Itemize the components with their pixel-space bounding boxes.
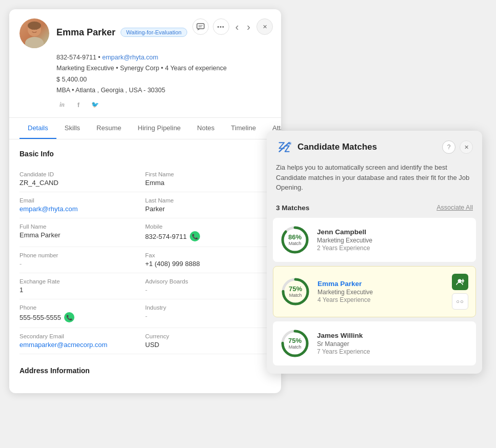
edu-location-row: MBA • Atlanta , Georgia , USA - 30305: [56, 85, 271, 96]
email-field: Email empark@rhyta.com: [19, 192, 145, 218]
match-item-emma: 75% Match Emma Parker Marketing Executiv…: [273, 266, 476, 317]
svg-rect-5: [197, 24, 204, 29]
tab-hiring-pipeline[interactable]: Hiring Pipeline: [130, 118, 189, 139]
prev-btn[interactable]: ‹: [233, 19, 241, 35]
matches-count-row: 3 Matches Associate All: [267, 200, 482, 216]
match-exp-james: 7 Years Experience: [317, 348, 469, 355]
tab-skills[interactable]: Skills: [56, 118, 88, 139]
match-role-james: Sr Manager: [317, 340, 469, 348]
matches-description: Zia helps you to automatically screen an…: [267, 162, 482, 200]
phone-field: Phone 555-555-5555 📞: [19, 299, 145, 328]
match-circle-jenn: 86% Match: [280, 225, 310, 255]
svg-point-1: [26, 38, 43, 48]
facebook-icon[interactable]: f: [73, 99, 84, 110]
phone-icon[interactable]: 📞: [64, 312, 74, 322]
email-link[interactable]: empark@rhyta.com: [102, 54, 158, 61]
candidate-id-field: Candidate ID ZR_4_CAND: [19, 166, 145, 192]
match-circle-james: 75% Match: [280, 329, 310, 358]
matches-panel: Candidate Matches ? ✕ Zia helps you to a…: [267, 131, 482, 374]
match-info-jenn: Jenn Campbell Marketing Executive 2 Year…: [317, 228, 469, 252]
candidate-name: Emma Parker: [56, 27, 115, 38]
tabs-bar: Details Skills Resume Hiring Pipeline No…: [9, 118, 281, 139]
currency-field: Currency USD: [145, 328, 271, 354]
match-item-james: 75% Match James Willink Sr Manager 7 Yea…: [273, 321, 476, 365]
next-btn[interactable]: ›: [245, 19, 252, 35]
mobile-field: Mobile 832-574-9711 📞: [145, 218, 271, 247]
match-item-jenn: 86% Match Jenn Campbell Marketing Execut…: [273, 218, 476, 262]
secondary-email-field: Secondary Email emmaparker@acmecorp.com: [19, 328, 145, 354]
match-exp-emma: 4 Years Experience: [318, 296, 445, 303]
match-info-emma: Emma Parker Marketing Executive 4 Years …: [318, 280, 445, 303]
matches-list: 86% Match Jenn Campbell Marketing Execut…: [267, 216, 482, 374]
matches-title: Candidate Matches: [297, 142, 377, 152]
twitter-icon[interactable]: 🐦: [89, 99, 101, 110]
phone-email-row: 832-574-9711 • empark@rhyta.com: [56, 52, 271, 63]
match-actions-emma: ○○: [452, 274, 468, 310]
matches-count: 3 Matches: [276, 204, 309, 212]
matches-title-row: Candidate Matches: [276, 139, 377, 155]
match-name-james: James Willink: [317, 332, 469, 339]
fax-field: Fax +1 (408) 999 8888: [145, 247, 271, 273]
match-name-emma[interactable]: Emma Parker: [318, 280, 445, 288]
last-name-field: Last Name Parker: [145, 192, 271, 218]
tab-details[interactable]: Details: [19, 118, 56, 139]
address-title: Address Information: [19, 366, 271, 375]
phone-with-icon: 555-555-5555 📞: [19, 312, 145, 322]
svg-point-9: [289, 142, 291, 144]
social-icons: in f 🐦: [56, 99, 271, 110]
match-role-jenn: Marketing Executive: [317, 237, 469, 244]
address-section: Address Information: [19, 358, 271, 375]
match-name-jenn: Jenn Campbell: [317, 228, 469, 236]
message-icon-btn[interactable]: [192, 18, 209, 35]
basic-info-title: Basic Info: [19, 150, 271, 158]
svg-point-4: [28, 22, 41, 30]
close-btn[interactable]: ✕: [256, 18, 273, 35]
tab-notes[interactable]: Notes: [189, 118, 223, 139]
tab-timeline[interactable]: Timeline: [223, 118, 264, 139]
card-header: Emma Parker Waiting-for-Evaluation 832-5…: [9, 9, 281, 118]
zia-logo: [276, 139, 292, 155]
card-content: Basic Info Candidate ID ZR_4_CAND First …: [9, 139, 281, 393]
title-company-row: Marketing Executive • Synergy Corp • 4 Y…: [56, 63, 271, 74]
basic-info-grid: Candidate ID ZR_4_CAND First Name Emma E…: [19, 166, 271, 354]
first-name-field: First Name Emma: [145, 166, 271, 192]
more-options-btn[interactable]: •••: [213, 18, 229, 35]
phone-number-field: Phone number -: [19, 247, 145, 273]
mobile-phone-icon[interactable]: 📞: [190, 231, 200, 241]
add-candidate-btn-emma[interactable]: [452, 274, 468, 290]
matches-header-actions: ? ✕: [442, 140, 473, 154]
match-info-james: James Willink Sr Manager 7 Years Experie…: [317, 332, 469, 355]
candidate-card: Emma Parker Waiting-for-Evaluation 832-5…: [9, 9, 281, 393]
match-exp-jenn: 2 Years Experience: [317, 245, 469, 252]
industry-field: Industry -: [145, 299, 271, 328]
advisory-boards-field: Advisory Boards -: [145, 273, 271, 299]
avatar: [19, 18, 49, 48]
full-name-field: Full Name Emma Parker: [19, 218, 145, 247]
matches-header: Candidate Matches ? ✕: [267, 131, 482, 162]
match-circle-emma: 75% Match: [281, 277, 310, 307]
associate-all-btn[interactable]: Associate All: [437, 204, 473, 211]
matches-close-btn[interactable]: ✕: [460, 140, 473, 154]
mobile-with-icon: 832-574-9711 📞: [145, 231, 271, 241]
salary-row: $ 5,400.00: [56, 74, 271, 85]
help-btn[interactable]: ?: [442, 140, 455, 154]
linkedin-icon[interactable]: in: [56, 99, 68, 110]
match-role-emma: Marketing Executive: [318, 289, 445, 296]
status-badge[interactable]: Waiting-for-Evaluation: [121, 28, 187, 37]
contact-info: 832-574-9711 • empark@rhyta.com Marketin…: [56, 52, 271, 96]
view-btn-emma[interactable]: ○○: [452, 293, 468, 310]
header-actions: ••• ‹ › ✕: [192, 18, 273, 35]
exchange-rate-field: Exchange Rate 1: [19, 273, 145, 299]
tab-resume[interactable]: Resume: [88, 118, 129, 139]
